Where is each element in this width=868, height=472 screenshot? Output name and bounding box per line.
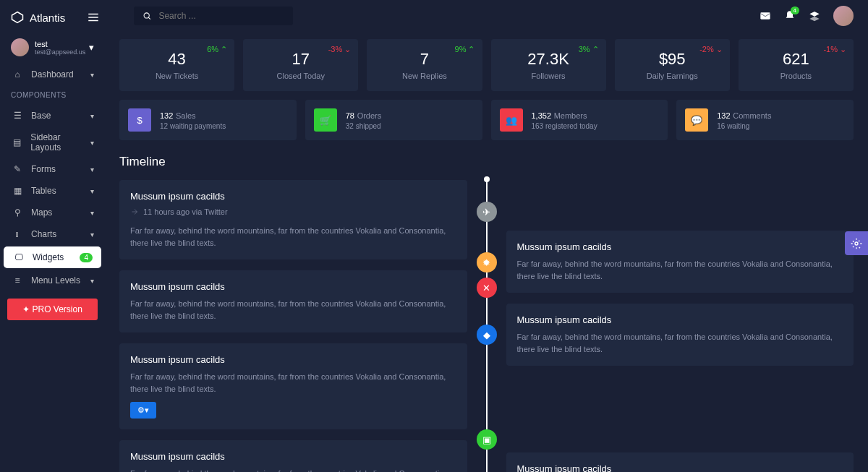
hamburger-icon <box>87 11 100 24</box>
form-icon: ✎ <box>11 164 24 174</box>
gear-icon: ⚙ <box>137 406 145 415</box>
stat-card-earnings[interactable]: -2% ⌄$95Daily Earnings <box>615 39 730 91</box>
gear-dropdown-button[interactable]: ⚙ ▾ <box>130 402 156 419</box>
user-avatar <box>11 38 29 56</box>
timeline-card-title: Mussum ipsum cacilds <box>517 314 843 325</box>
layers-icon: ☰ <box>11 111 24 121</box>
svg-point-4 <box>144 13 149 18</box>
timeline-card-title: Mussum ipsum cacilds <box>130 354 456 365</box>
timeline-card-desc: Far far away, behind the word mountains,… <box>130 468 456 472</box>
stat-pct: 9% ⌃ <box>455 45 475 54</box>
user-avatar-top[interactable] <box>833 6 854 26</box>
notification-badge: 4 <box>791 7 799 14</box>
timeline-card-title: Mussum ipsum cacilds <box>130 281 456 292</box>
nav-label: Base <box>31 111 51 121</box>
stat-label: Products <box>749 72 843 80</box>
stat-label: New Tickets <box>130 72 224 80</box>
chevron-down-icon: ▾ <box>90 166 94 173</box>
nav-section-label: COMPONENTS <box>0 85 105 105</box>
nav-base[interactable]: ☰Base▾ <box>0 105 105 126</box>
timeline-card[interactable]: Mussum ipsum cacilds 11 hours ago via Tw… <box>119 180 467 259</box>
search-input[interactable] <box>158 11 284 21</box>
timeline-card[interactable]: Mussum ipsum cacilds Far far away, behin… <box>119 440 467 472</box>
layers-icon[interactable] <box>809 10 820 22</box>
info-card-sales[interactable]: $132 Sales12 waiting payments <box>119 100 297 140</box>
nav-label: Charts <box>31 229 56 239</box>
brand-text: Atlantis <box>30 12 65 24</box>
desktop-icon: 🖵 <box>12 252 25 262</box>
settings-fab[interactable] <box>845 231 868 255</box>
stat-label: Closed Today <box>254 72 347 80</box>
timeline-card[interactable]: Mussum ipsum cacilds Far far away, behin… <box>119 270 467 332</box>
stat-pct: 6% ⌃ <box>207 45 227 54</box>
nav-label: Tables <box>31 186 56 196</box>
timeline-card-desc: Far far away, behind the word mountains,… <box>130 298 456 322</box>
stats-row: 6% ⌃43New Tickets -3% ⌄17Closed Today 9%… <box>119 39 854 91</box>
timeline: Mussum ipsum cacilds 11 hours ago via Tw… <box>119 180 854 472</box>
timeline-card-meta: 11 hours ago via Twitter <box>130 207 456 216</box>
timeline-left: Mussum ipsum cacilds 11 hours ago via Tw… <box>119 180 467 472</box>
layout-icon: ▤ <box>11 137 23 147</box>
chevron-down-icon: ▾ <box>89 42 94 53</box>
chevron-down-icon: ▾ <box>90 209 94 217</box>
arrow-icon <box>130 207 139 216</box>
timeline-axis: ✈ ✹ ✕ ◆ ▣ <box>476 180 498 472</box>
nav-dashboard[interactable]: ⌂ Dashboard ▾ <box>0 64 105 85</box>
user-profile[interactable]: test test@appseed.us ▾ <box>0 31 105 64</box>
timeline-icon-tag: ◆ <box>477 325 497 345</box>
stat-card-followers[interactable]: 3% ⌃27.3KFollowers <box>491 39 606 91</box>
timeline-icon-close: ✕ <box>477 278 497 298</box>
stat-pct: -2% ⌄ <box>699 45 723 54</box>
timeline-card[interactable]: Mussum ipsum cacilds Far far away, behin… <box>119 343 467 429</box>
table-icon: ▦ <box>11 186 24 196</box>
svg-rect-6 <box>760 13 770 20</box>
nav-tables[interactable]: ▦Tables▾ <box>0 180 105 202</box>
nav-maps[interactable]: ⚲Maps▾ <box>0 202 105 223</box>
timeline-card-desc: Far far away, behind the word mountains,… <box>517 331 843 355</box>
nav-menu-levels[interactable]: ≡Menu Levels▾ <box>0 270 105 291</box>
info-card-orders[interactable]: 🛒78 Orders32 shipped <box>305 100 482 140</box>
timeline-title: Timeline <box>119 155 854 169</box>
timeline-card-title: Mussum ipsum cacilds <box>517 241 843 252</box>
timeline-card[interactable]: Mussum ipsum cacilds Far far away, behin… <box>506 231 854 293</box>
timeline-right: Mussum ipsum cacilds Far far away, behin… <box>506 180 854 472</box>
pro-version-button[interactable]: ✦ PRO Version <box>7 299 98 320</box>
svg-marker-8 <box>809 17 819 22</box>
nav-label: Sidebar Layouts <box>30 132 90 153</box>
info-row: $132 Sales12 waiting payments 🛒78 Orders… <box>119 100 854 140</box>
stat-card-closed[interactable]: -3% ⌄17Closed Today <box>243 39 358 91</box>
chevron-down-icon: ▾ <box>90 71 94 79</box>
stat-card-tickets[interactable]: 6% ⌃43New Tickets <box>119 39 234 91</box>
stat-pct: -3% ⌄ <box>328 45 352 54</box>
home-icon: ⌂ <box>11 69 24 80</box>
search-box[interactable] <box>134 7 293 25</box>
timeline-card-title: Mussum ipsum cacilds <box>517 463 843 472</box>
nav-label: Dashboard <box>31 69 74 80</box>
timeline-icon-bug: ✹ <box>477 252 497 273</box>
stat-card-replies[interactable]: 9% ⌃7New Replies <box>367 39 482 91</box>
users-icon: 👥 <box>500 108 523 132</box>
nav-charts[interactable]: ⫾Charts▾ <box>0 223 105 245</box>
nav-label: Menu Levels <box>31 275 80 286</box>
info-card-comments[interactable]: 💬132 Comments16 waiting <box>676 100 854 140</box>
nav-sidebar-layouts[interactable]: ▤Sidebar Layouts▾ <box>0 126 105 158</box>
mail-icon[interactable] <box>760 10 771 22</box>
stat-card-products[interactable]: -1% ⌄621Products <box>739 39 854 91</box>
info-card-members[interactable]: 👥1,352 Members163 registered today <box>491 100 668 140</box>
timeline-card[interactable]: Mussum ipsum cacilds Far far away, behin… <box>506 452 854 472</box>
dollar-icon: $ <box>128 108 151 132</box>
svg-marker-7 <box>809 12 819 17</box>
svg-point-9 <box>855 242 858 245</box>
stat-pct: -1% ⌄ <box>823 45 846 54</box>
topbar: 4 <box>105 0 868 32</box>
stat-label: New Replies <box>378 72 471 80</box>
timeline-icon-plane: ✈ <box>477 202 497 222</box>
nav-widgets[interactable]: 🖵Widgets4 <box>4 246 101 268</box>
chevron-down-icon: ▾ <box>90 187 94 195</box>
timeline-card[interactable]: Mussum ipsum cacilds Far far away, behin… <box>506 304 854 366</box>
chevron-down-icon: ▾ <box>90 139 94 147</box>
nav-forms[interactable]: ✎Forms▾ <box>0 158 105 180</box>
stat-label: Daily Earnings <box>626 72 719 80</box>
notification-icon[interactable]: 4 <box>784 10 796 22</box>
menu-toggle[interactable] <box>87 11 100 24</box>
